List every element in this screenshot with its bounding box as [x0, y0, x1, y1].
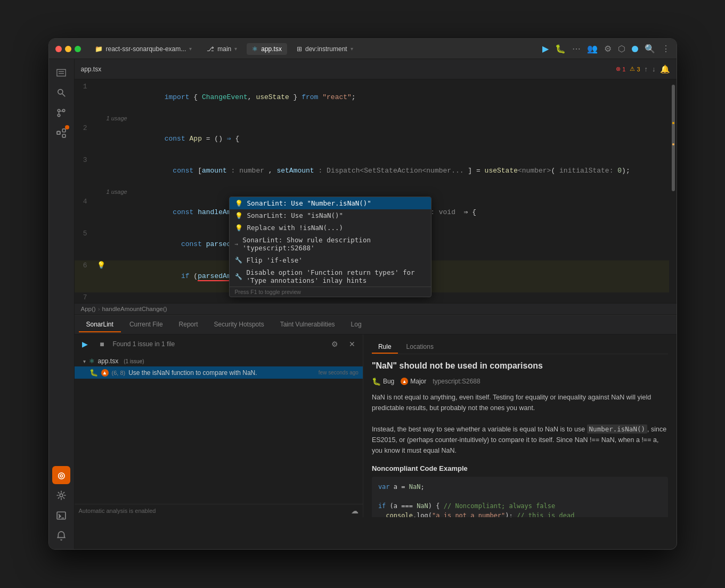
settings-button[interactable]: ⚙	[329, 338, 341, 350]
ac-item-5[interactable]: 🔧 Disable option 'Function return types'…	[230, 266, 431, 287]
search-icon[interactable]: 🔍	[645, 44, 655, 54]
stop-button[interactable]: ■	[96, 338, 109, 350]
close-button[interactable]: ✕	[346, 338, 359, 350]
sidebar-item-settings[interactable]	[52, 486, 70, 504]
rule-type: 🐛 Bug	[372, 377, 394, 386]
sidebar-item-extensions[interactable]	[52, 124, 70, 142]
sidebar-item-source-control[interactable]	[52, 104, 70, 122]
tab-current-file[interactable]: Current File	[122, 317, 170, 332]
cloud-icon[interactable]: ☁	[351, 507, 359, 515]
error-icon: ⊗	[616, 66, 621, 72]
minimize-button[interactable]	[65, 46, 71, 52]
sidebar-item-notifications[interactable]	[52, 527, 70, 545]
ac-text-1: SonarLint: Use "isNaN()"	[247, 211, 344, 219]
tab-sonarlint[interactable]: SonarLint	[79, 317, 121, 332]
play-button[interactable]: ▶	[79, 338, 92, 350]
warn-count: 3	[637, 66, 640, 72]
svg-line-1	[62, 94, 65, 96]
activity-bar: ◎	[49, 59, 75, 549]
severity-icon: ▲	[401, 378, 408, 385]
sidebar-item-sonarlint[interactable]: ◎	[52, 466, 70, 484]
issue-item-0[interactable]: 🐛 ▲ (6, 8) Use the isNaN function to com…	[75, 366, 363, 379]
breadcrumb-app: App()	[81, 306, 96, 312]
debug-button[interactable]: 🐛	[555, 44, 566, 54]
branch-tab[interactable]: ⎇ main ▾	[201, 43, 242, 55]
major-icon: ▲	[101, 369, 109, 377]
nav-up-icon[interactable]: ↑	[645, 65, 648, 73]
bc-separator-1: ›	[98, 306, 100, 312]
autocomplete-popup: 💡 SonarLint: Use "Number.isNaN()" 💡 Sona…	[229, 197, 431, 297]
ac-text-2: Replace with !isNaN(...)	[247, 224, 344, 232]
code-line-2: 2 const App = () ⇒ {	[75, 123, 677, 155]
ac-item-0[interactable]: 💡 SonarLint: Use "Number.isNaN()"	[230, 197, 431, 209]
editor-scrollbar[interactable]	[669, 79, 677, 303]
bell-icon[interactable]: 🔔	[660, 64, 670, 74]
tab-rule[interactable]: Rule	[372, 341, 398, 354]
code-editor[interactable]: 1 import { ChangeEvent, useState } from …	[75, 79, 677, 303]
tab-report[interactable]: Report	[172, 317, 206, 332]
sidebar-item-terminal[interactable]	[52, 507, 70, 525]
sonarlint-panel: SonarLint Current File Report Security H…	[75, 315, 677, 517]
ac-item-1[interactable]: 💡 SonarLint: Use "isNaN()"	[230, 209, 431, 222]
scrollbar-thumb[interactable]	[672, 85, 675, 191]
chevron-down-icon2: ▾	[234, 46, 237, 52]
breadcrumb-handler: handleAmountChange()	[102, 306, 167, 312]
project-tab[interactable]: 📁 react-ssr-sonarqube-exam... ▾	[89, 43, 198, 55]
run-button[interactable]: ▶	[542, 44, 549, 54]
svg-rect-7	[62, 134, 66, 137]
svg-point-0	[58, 89, 63, 94]
code-line-1: 1 import { ChangeEvent, useState } from …	[75, 81, 677, 113]
panel-footer: Automatic analysis is enabled ☁	[75, 504, 363, 517]
rule-id: typescript:S2688	[433, 378, 480, 385]
ac-footer: Press F1 to toggle preview	[230, 287, 431, 297]
ac-text-0: SonarLint: Use "Number.isNaN()"	[247, 199, 371, 207]
editor-area: app.tsx ⊗ 1 ⚠ 3 ↑ ↓ 🔔	[75, 59, 677, 549]
maximize-button[interactable]	[75, 46, 81, 52]
svg-point-9	[60, 494, 63, 497]
ac-item-3[interactable]: → SonarLint: Show rule description 'type…	[230, 234, 431, 254]
ac-item-4[interactable]: 🔧 Flip 'if-else'	[230, 254, 431, 266]
warn-icon: ⚠	[630, 66, 635, 72]
folder-icon: 📁	[95, 45, 103, 53]
ac-item-2[interactable]: 💡 Replace with !isNaN(...)	[230, 222, 431, 234]
svg-point-3	[58, 114, 60, 117]
tab-log[interactable]: Log	[344, 317, 369, 332]
close-button[interactable]	[55, 46, 62, 52]
wrench-icon-5: 🔧	[235, 273, 242, 280]
tree-file-item[interactable]: ▾ ⚛ app.tsx (1 issue)	[75, 356, 363, 366]
rule-severity: ▲ Major	[401, 378, 426, 385]
line-3-hint: 1 usage	[75, 187, 677, 197]
more-options-icon[interactable]: ⋯	[572, 44, 581, 54]
rule-section-title: Noncompliant Code Example	[372, 464, 668, 472]
sidebar-item-search[interactable]	[52, 84, 70, 102]
editor-header: app.tsx ⊗ 1 ⚠ 3 ↑ ↓ 🔔	[75, 59, 677, 79]
react-icon: ⚛	[252, 45, 258, 53]
extensions-icon[interactable]: ⬡	[618, 44, 625, 54]
breadcrumb-file: app.tsx	[81, 66, 102, 73]
tree-file-name: app.tsx	[98, 357, 119, 365]
bug-icon: 🐛	[89, 369, 98, 377]
tab-taint-vulnerabilities[interactable]: Taint Vulnerabilities	[273, 317, 343, 332]
nav-down-icon[interactable]: ↓	[652, 65, 656, 73]
tab-locations[interactable]: Locations	[400, 341, 440, 354]
run-config-name: dev:instrument	[305, 45, 347, 53]
settings-icon[interactable]: ⚙	[604, 44, 612, 54]
rule-code-example: var a = NaN; if (a === NaN) { // Noncomp…	[372, 477, 668, 517]
tab-security-hotspots[interactable]: Security Hotspots	[207, 317, 272, 332]
file-name: app.tsx	[261, 45, 282, 53]
titlebar: 📁 react-ssr-sonarqube-exam... ▾ ⎇ main ▾…	[49, 39, 677, 59]
traffic-lights	[55, 46, 81, 52]
ac-text-4: Flip 'if-else'	[247, 256, 303, 264]
error-badge: ⊗ 1	[616, 66, 625, 72]
arrow-icon-3: →	[235, 241, 239, 248]
run-config-tab[interactable]: ⊞ dev:instrument ▾	[291, 43, 359, 55]
scrollbar-marker-1	[672, 122, 674, 124]
panel-issues: ▶ ■ Found 1 issue in 1 file ⚙ ✕ ▾ ⚛ app	[75, 334, 363, 517]
sidebar-item-files[interactable]	[52, 63, 70, 81]
file-tab[interactable]: ⚛ app.tsx	[247, 43, 287, 55]
accounts-icon[interactable]: 👥	[587, 44, 598, 54]
more-menu-icon[interactable]: ⋮	[662, 44, 670, 54]
lightbulb-icon-1: 💡	[235, 212, 243, 219]
svg-rect-8	[57, 132, 60, 135]
scrollbar-marker-2	[672, 143, 674, 145]
